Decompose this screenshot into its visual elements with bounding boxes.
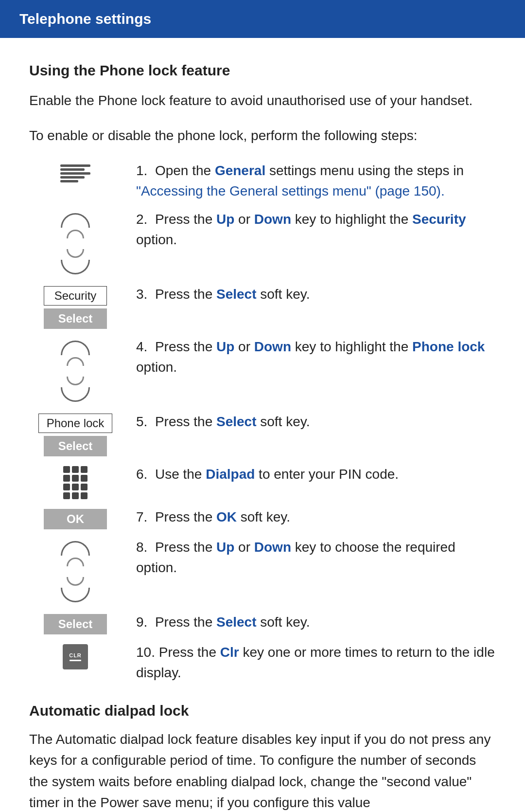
step-9-select: Select bbox=[216, 614, 257, 630]
main-content: Using the Phone lock feature Enable the … bbox=[0, 38, 525, 812]
step-1-text: 1. Open the General settings menu using … bbox=[136, 161, 496, 201]
step-8-down: Down bbox=[254, 540, 291, 555]
general-menu-icon bbox=[60, 164, 90, 182]
step-8-row: 8. Press the Up or Down key to choose th… bbox=[29, 537, 496, 604]
arc-up-large-8 bbox=[61, 541, 90, 556]
step-1-icon bbox=[29, 161, 122, 182]
step-6-num: 6. bbox=[136, 467, 155, 482]
dialpad-icon bbox=[63, 466, 88, 499]
arc-up-large bbox=[61, 213, 90, 228]
step-10-num: 10. bbox=[136, 645, 159, 660]
step-7-row: OK 7. Press the OK soft key. bbox=[29, 507, 496, 529]
arc-up-small-4 bbox=[67, 357, 84, 366]
step-10-text: 10. Press the Clr key one or more times … bbox=[136, 642, 496, 683]
arc-down-large-4 bbox=[61, 387, 90, 402]
step-7-icon: OK bbox=[29, 507, 122, 529]
step-2-down: Down bbox=[254, 212, 291, 227]
step-9-icon: Select bbox=[29, 612, 122, 634]
arc-up-large-4 bbox=[61, 341, 90, 355]
step-5-select: Select bbox=[216, 414, 257, 429]
step-10-row: CLR 10. Press the Clr key one or more ti… bbox=[29, 642, 496, 683]
arc-down-large-8 bbox=[61, 588, 90, 602]
select-btn-step5[interactable]: Select bbox=[44, 436, 107, 456]
header-title: Telephone settings bbox=[19, 11, 151, 27]
step-6-dialpad: Dialpad bbox=[206, 467, 255, 482]
step-3-num: 3. bbox=[136, 287, 155, 302]
arc-down-small bbox=[67, 249, 84, 258]
step-6-row: 6. Use the Dialpad to enter your PIN cod… bbox=[29, 464, 496, 499]
step-1-ref-link[interactable]: "Accessing the General settings menu" (p… bbox=[136, 183, 445, 198]
step-2-icon bbox=[29, 209, 122, 276]
step-8-num: 8. bbox=[136, 540, 155, 555]
step-4-up: Up bbox=[216, 339, 234, 354]
clr-key-icon: CLR bbox=[63, 644, 88, 669]
page-header: Telephone settings bbox=[0, 0, 525, 38]
arc-up-small bbox=[67, 230, 84, 238]
step-1-row: 1. Open the General settings menu using … bbox=[29, 161, 496, 201]
step-4-num: 4. bbox=[136, 339, 155, 354]
step-4-down: Down bbox=[254, 339, 291, 354]
step-3-select: Select bbox=[216, 287, 257, 302]
arc-down-large bbox=[61, 260, 90, 274]
step-8-nav-up bbox=[61, 541, 90, 566]
clr-text: CLR bbox=[69, 652, 82, 658]
step-3-row: Security Select 3. Press the Select soft… bbox=[29, 284, 496, 329]
nav-keys-down-icon bbox=[61, 249, 90, 274]
step-6-icon bbox=[29, 464, 122, 499]
step-4-nav-down bbox=[61, 377, 90, 402]
intro-para1: Enable the Phone lock feature to avoid u… bbox=[29, 90, 496, 111]
step-7-text: 7. Press the OK soft key. bbox=[136, 507, 496, 527]
step-4-icon bbox=[29, 337, 122, 404]
step-9-row: Select 9. Press the Select soft key. bbox=[29, 612, 496, 634]
step-4-row: 4. Press the Up or Down key to highlight… bbox=[29, 337, 496, 404]
step-10-clr: Clr bbox=[220, 645, 239, 660]
section1-heading: Using the Phone lock feature bbox=[29, 62, 496, 79]
arc-up-small-8 bbox=[67, 558, 84, 566]
step-5-row: Phone lock Select 5. Press the Select so… bbox=[29, 412, 496, 456]
step-5-text: 5. Press the Select soft key. bbox=[136, 412, 496, 432]
step-8-text: 8. Press the Up or Down key to choose th… bbox=[136, 537, 496, 578]
step-5-num: 5. bbox=[136, 414, 155, 429]
step-10-icon: CLR bbox=[29, 642, 122, 669]
step-2-security: Security bbox=[412, 212, 466, 227]
clr-line bbox=[70, 660, 81, 661]
step-9-text: 9. Press the Select soft key. bbox=[136, 612, 496, 632]
arc-down-small-8 bbox=[67, 577, 84, 586]
step-3-text: 3. Press the Select soft key. bbox=[136, 284, 496, 305]
step-8-nav-down bbox=[61, 577, 90, 602]
step-7-ok: OK bbox=[216, 509, 237, 524]
security-menu-box: Security bbox=[44, 286, 107, 306]
step-2-row: 2. Press the Up or Down key to highlight… bbox=[29, 209, 496, 276]
step-9-num: 9. bbox=[136, 614, 155, 630]
step-8-up: Up bbox=[216, 540, 234, 555]
section2-heading: Automatic dialpad lock bbox=[29, 703, 496, 719]
section2-para: The Automatic dialpad lock feature disab… bbox=[29, 729, 496, 812]
intro-para2: To enable or disable the phone lock, per… bbox=[29, 126, 496, 146]
nav-keys-up-icon bbox=[61, 213, 90, 238]
arc-down-small-4 bbox=[67, 377, 84, 385]
step-6-text: 6. Use the Dialpad to enter your PIN cod… bbox=[136, 464, 496, 485]
step-4-phonelock: Phone lock bbox=[412, 339, 485, 354]
step-8-icon bbox=[29, 537, 122, 604]
step-4-text: 4. Press the Up or Down key to highlight… bbox=[136, 337, 496, 378]
ok-button[interactable]: OK bbox=[44, 509, 107, 529]
step-2-num: 2. bbox=[136, 212, 155, 227]
select-btn-step3[interactable]: Select bbox=[44, 308, 107, 329]
step-1-general-link: General bbox=[215, 163, 265, 178]
phonelock-menu-box: Phone lock bbox=[38, 414, 113, 433]
step-2-text: 2. Press the Up or Down key to highlight… bbox=[136, 209, 496, 250]
step-3-icon: Security Select bbox=[29, 284, 122, 329]
step-4-nav-up bbox=[61, 341, 90, 366]
step-5-icon: Phone lock Select bbox=[29, 412, 122, 456]
step-1-num: 1. bbox=[136, 163, 155, 178]
step-7-num: 7. bbox=[136, 509, 155, 524]
select-btn-step9[interactable]: Select bbox=[44, 614, 107, 634]
section2: Automatic dialpad lock The Automatic dia… bbox=[29, 703, 496, 812]
step-2-up: Up bbox=[216, 212, 234, 227]
